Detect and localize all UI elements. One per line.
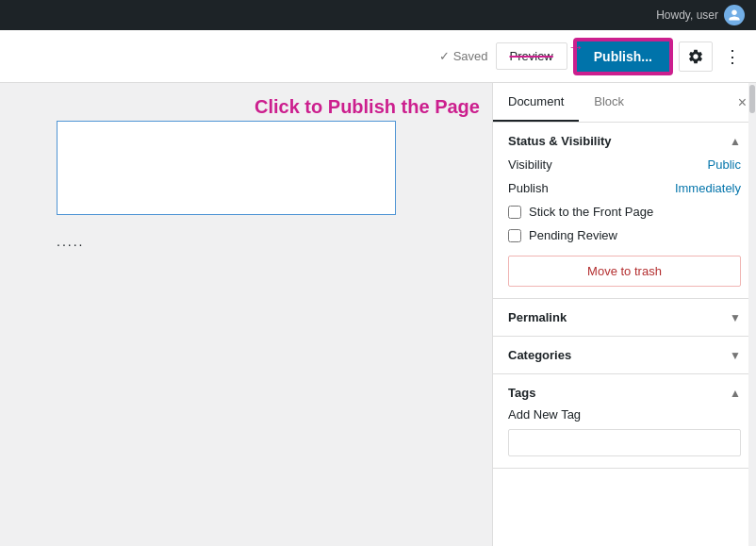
categories-header[interactable]: Categories ▼ xyxy=(508,348,741,362)
stick-front-page-row: Stick to the Front Page xyxy=(508,205,741,219)
tab-document[interactable]: Document xyxy=(493,83,579,122)
publish-button[interactable]: Publish... xyxy=(575,40,671,74)
categories-section: Categories ▼ xyxy=(493,337,756,374)
categories-title: Categories xyxy=(508,348,571,362)
publish-value[interactable]: Immediately xyxy=(675,181,741,195)
status-visibility-content: Visibility Public Publish Immediately St… xyxy=(508,148,741,287)
status-visibility-title: Status & Visibility xyxy=(508,134,612,148)
chevron-up-icon: ▲ xyxy=(730,135,741,148)
preview-wrapper: Preview → xyxy=(496,42,567,70)
publish-row: Publish Immediately xyxy=(508,181,741,195)
tags-content: Add New Tag xyxy=(508,400,741,456)
arrow-icon: → xyxy=(567,38,584,58)
pending-review-checkbox[interactable] xyxy=(508,229,521,242)
admin-user: Howdy, user xyxy=(656,5,745,25)
visibility-label: Visibility xyxy=(508,157,552,172)
gear-icon xyxy=(687,48,704,65)
chevron-down-icon-2: ▼ xyxy=(730,349,741,362)
move-to-trash-button[interactable]: Move to trash xyxy=(508,256,741,287)
content-area: ..... xyxy=(0,83,492,546)
permalink-header[interactable]: Permalink ▼ xyxy=(508,310,741,324)
chevron-up-icon-2: ▲ xyxy=(730,387,741,400)
stick-front-page-checkbox[interactable] xyxy=(508,206,521,219)
status-visibility-section: Status & Visibility ▲ Visibility Public … xyxy=(493,123,756,299)
editor-main: ..... Document Block × Status & Visibili… xyxy=(0,83,756,546)
scrollbar-thumb[interactable] xyxy=(749,85,755,113)
status-visibility-header[interactable]: Status & Visibility ▲ xyxy=(508,134,741,148)
dots-content: ..... xyxy=(57,234,436,249)
permalink-section: Permalink ▼ xyxy=(493,299,756,337)
settings-button[interactable] xyxy=(679,41,713,72)
admin-bar: Howdy, user xyxy=(0,0,756,30)
more-options-button[interactable]: ⋮ xyxy=(720,42,745,71)
pending-review-row: Pending Review xyxy=(508,228,741,242)
add-new-tag-label: Add New Tag xyxy=(508,407,581,422)
tags-title: Tags xyxy=(508,386,535,400)
stick-front-page-label[interactable]: Stick to the Front Page xyxy=(529,205,653,219)
check-icon: ✓ xyxy=(439,49,450,63)
preview-button[interactable]: Preview xyxy=(496,42,567,70)
saved-label: Saved xyxy=(453,49,488,63)
editor-block[interactable] xyxy=(57,121,396,215)
permalink-title: Permalink xyxy=(508,310,567,324)
avatar xyxy=(724,5,745,25)
saved-status: ✓ Saved xyxy=(439,49,488,63)
sidebar-header: Document Block × xyxy=(493,83,756,123)
editor-toolbar: ✓ Saved Preview → Publish... ⋮ Click to … xyxy=(0,30,756,83)
visibility-row: Visibility Public xyxy=(508,157,741,172)
tab-block[interactable]: Block xyxy=(579,83,639,122)
chevron-down-icon: ▼ xyxy=(730,311,741,324)
publish-label: Publish xyxy=(508,181,549,195)
pending-review-label[interactable]: Pending Review xyxy=(529,228,617,242)
tags-section: Tags ▲ Add New Tag xyxy=(493,374,756,469)
scrollbar-track xyxy=(748,83,756,546)
admin-user-label: Howdy, user xyxy=(656,8,718,22)
tags-header[interactable]: Tags ▲ xyxy=(508,386,741,400)
add-new-tag-input[interactable] xyxy=(508,429,741,456)
click-annotation: Click to Publish the Page xyxy=(255,96,480,118)
visibility-value[interactable]: Public xyxy=(708,157,741,172)
sidebar-close-button[interactable]: × xyxy=(738,94,747,111)
sidebar: Document Block × Status & Visibility ▲ V… xyxy=(492,83,756,546)
